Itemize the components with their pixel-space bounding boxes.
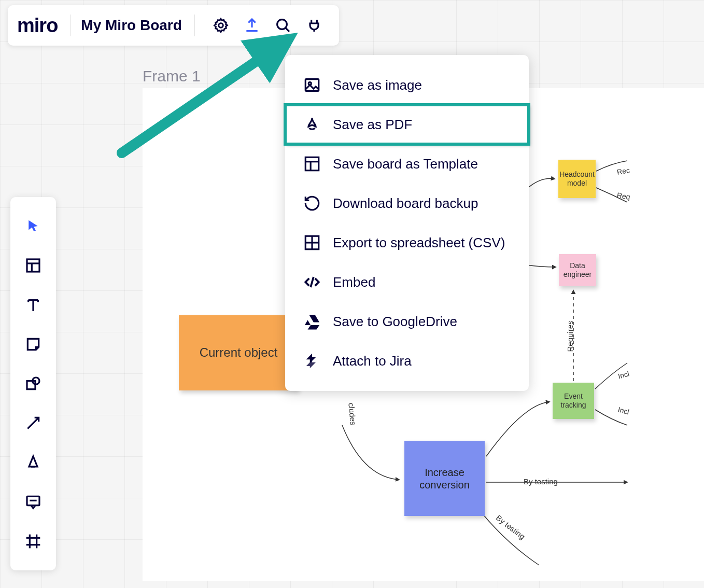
search-button[interactable]	[272, 14, 294, 37]
connector-icon	[25, 415, 41, 431]
template-icon	[303, 155, 321, 173]
sticky-text: Headcount model	[559, 170, 595, 188]
svg-rect-8	[27, 381, 35, 389]
embed-icon	[303, 273, 321, 291]
gear-icon	[213, 17, 229, 34]
apps-button[interactable]	[303, 14, 326, 37]
menu-item-embed[interactable]: Embed	[285, 262, 529, 302]
left-toolbar	[10, 197, 56, 570]
menu-item-label: Export to spreadsheet (CSV)	[333, 235, 505, 251]
search-icon	[275, 17, 291, 34]
menu-item-label: Save board as Template	[333, 156, 478, 172]
menu-item-save-as-pdf[interactable]: Save as PDF	[285, 105, 529, 144]
tool-pen[interactable]	[22, 451, 45, 474]
tool-shape[interactable]	[22, 372, 45, 395]
sticky-increase-conversion[interactable]: Increase conversion	[404, 441, 485, 516]
top-bar: miro My Miro Board	[8, 5, 339, 46]
menu-item-label: Save as PDF	[333, 117, 412, 133]
export-button[interactable]	[241, 14, 263, 37]
sticky-headcount-model[interactable]: Headcount model	[558, 160, 596, 198]
google-drive-icon	[303, 312, 321, 331]
edge-label-by-testing: By testing	[524, 477, 558, 486]
sticky-event-tracking[interactable]: Event tracking	[553, 383, 594, 419]
menu-item-save-google-drive[interactable]: Save to GoogleDrive	[285, 302, 529, 341]
backup-icon	[303, 194, 321, 213]
export-icon	[244, 17, 260, 34]
frame-label[interactable]: Frame 1	[143, 67, 201, 85]
export-menu: Save as image Save as PDF Save board as …	[285, 55, 529, 391]
svg-point-0	[219, 23, 223, 28]
menu-item-label: Save to GoogleDrive	[333, 314, 457, 330]
menu-item-label: Embed	[333, 274, 375, 290]
frame-icon	[25, 533, 41, 550]
shape-icon	[25, 375, 41, 392]
menu-item-download-backup[interactable]: Download board backup	[285, 184, 529, 223]
tool-connector[interactable]	[22, 412, 45, 435]
menu-item-label: Attach to Jira	[333, 353, 412, 369]
svg-rect-2	[305, 79, 319, 91]
menu-item-export-csv[interactable]: Export to spreadsheet (CSV)	[285, 223, 529, 262]
tool-frame[interactable]	[22, 530, 45, 553]
tool-text[interactable]	[22, 293, 45, 316]
sticky-note-icon	[25, 336, 41, 353]
sticky-data-engineer[interactable]: Data engineer	[559, 254, 596, 286]
cursor-icon	[25, 218, 41, 234]
menu-item-save-as-template[interactable]: Save board as Template	[285, 144, 529, 184]
tool-sticky-note[interactable]	[22, 333, 45, 356]
svg-rect-4	[305, 157, 319, 171]
text-icon	[25, 297, 41, 313]
plug-icon	[306, 17, 322, 34]
menu-item-label: Save as image	[333, 77, 422, 93]
template-tool-icon	[25, 257, 41, 274]
tool-template[interactable]	[22, 254, 45, 277]
board-title[interactable]: My Miro Board	[81, 17, 181, 34]
image-icon	[303, 76, 321, 94]
spreadsheet-icon	[303, 233, 321, 252]
sticky-text: Current object	[200, 345, 278, 360]
sticky-text: Increase conversion	[407, 466, 482, 491]
sticky-text: Event tracking	[556, 392, 591, 410]
menu-item-attach-jira[interactable]: Attach to Jira	[285, 341, 529, 381]
divider	[194, 15, 195, 36]
jira-icon	[303, 352, 321, 370]
divider	[70, 15, 71, 36]
pdf-icon	[303, 115, 321, 134]
edge-label-requires: Requires	[566, 320, 574, 352]
edge-label-includes: cludes	[347, 402, 358, 426]
tool-cursor[interactable]	[22, 215, 45, 237]
svg-rect-7	[27, 259, 39, 272]
comment-icon	[25, 494, 41, 510]
svg-point-1	[277, 20, 287, 30]
sticky-text: Data engineer	[562, 261, 593, 279]
miro-logo[interactable]: miro	[17, 15, 70, 37]
pen-icon	[25, 454, 41, 471]
sticky-current-object[interactable]: Current object	[179, 315, 298, 390]
settings-button[interactable]	[209, 14, 232, 37]
menu-item-save-as-image[interactable]: Save as image	[285, 65, 529, 105]
tool-comment[interactable]	[22, 491, 45, 513]
menu-item-label: Download board backup	[333, 195, 478, 212]
